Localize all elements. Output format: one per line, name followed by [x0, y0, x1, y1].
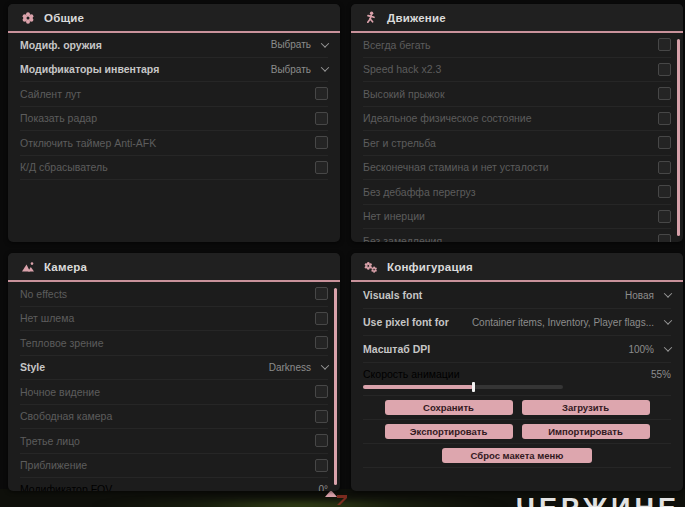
export-button[interactable]: Экспортировать [385, 424, 513, 439]
no-helmet-checkbox[interactable] [315, 312, 328, 325]
row-label: Нет шлема [20, 312, 74, 324]
always-run-checkbox[interactable] [658, 38, 671, 51]
row-free-camera: Свободная камера [20, 405, 328, 430]
visuals-font-dropdown[interactable]: Новая [625, 290, 671, 301]
perfect-condition-checkbox[interactable] [658, 112, 671, 125]
background-big-text: ЧЕРЖИНЕ [516, 493, 680, 507]
no-inertia-checkbox[interactable] [658, 210, 671, 223]
row-label: Высокий прыжок [363, 88, 445, 100]
row-no-helmet: Нет шлема [20, 307, 328, 332]
high-jump-checkbox[interactable] [658, 87, 671, 100]
panel-movement-header[interactable]: Движение [351, 4, 683, 33]
row-label: Скорость анимации [363, 368, 460, 380]
runner-icon [364, 11, 378, 25]
panel-config-title: Конфигурация [387, 261, 473, 273]
row-infinite-stamina: Бесконечная стамина и нет усталости [363, 156, 671, 181]
chevron-down-icon [664, 343, 672, 351]
row-dpi-scale: Масштаб DPI 100% [363, 336, 671, 363]
row-label: Speed hack x2.3 [363, 63, 441, 75]
image-icon [21, 260, 35, 274]
buttons-row-reset: Сброс макета меню [363, 444, 671, 468]
row-label: Visuals font [363, 289, 422, 301]
no-slowdown-checkbox[interactable] [658, 234, 671, 242]
panel-config: Конфигурация Visuals font Новая Use pixe… [351, 253, 683, 491]
row-label: Масштаб DPI [363, 343, 430, 355]
gears-icon [364, 260, 378, 274]
row-always-run: Всегда бегать [363, 33, 671, 58]
row-high-jump: Высокий прыжок [363, 82, 671, 107]
row-label: Ночное видение [20, 386, 100, 398]
row-fov-modifier: Модификатор FOV 0° [20, 478, 328, 491]
load-button[interactable]: Загрузить [522, 400, 650, 415]
kd-reset-checkbox[interactable] [315, 161, 328, 174]
no-overload-debuff-checkbox[interactable] [658, 185, 671, 198]
row-label: Третье лицо [20, 435, 80, 447]
style-dropdown[interactable]: Darkness [269, 362, 328, 373]
import-button[interactable]: Импортировать [522, 424, 650, 439]
row-label: Без замедления [363, 235, 442, 242]
dpi-scale-dropdown[interactable]: 100% [628, 344, 671, 355]
anti-afk-checkbox[interactable] [315, 136, 328, 149]
movement-scrollbar[interactable] [677, 39, 680, 236]
pixel-font-dropdown[interactable]: Container items, Inventory, Player flags… [472, 317, 671, 328]
panel-resize-grip-icon[interactable] [325, 490, 337, 497]
panel-general-title: Общие [44, 12, 84, 24]
speed-hack-checkbox[interactable] [658, 63, 671, 76]
row-zoom: Приближение [20, 454, 328, 479]
animation-speed-slider[interactable] [363, 385, 563, 389]
zoom-checkbox[interactable] [315, 459, 328, 472]
chevron-down-icon [321, 39, 329, 47]
panel-camera: Камера No effects Нет шлема Тепловое зре… [8, 253, 340, 491]
row-label: Сайлент лут [20, 88, 81, 100]
fov-value: 0° [318, 484, 328, 492]
row-night-vision: Ночное видение [20, 380, 328, 405]
animation-speed-slider-fill [363, 385, 473, 389]
row-label: Без дебаффа перегруз [363, 186, 476, 198]
dropdown-value: Выбрать [271, 39, 311, 50]
animation-speed-slider-handle[interactable] [472, 382, 475, 392]
dropdown-value: Новая [625, 290, 654, 301]
free-camera-checkbox[interactable] [315, 410, 328, 423]
dropdown-value: Container items, Inventory, Player flags… [472, 317, 654, 328]
row-label: Идеальное физическое состояние [363, 112, 532, 124]
row-label: К/Д сбрасыватель [20, 161, 108, 173]
row-label: Приближение [20, 459, 87, 471]
panel-config-header[interactable]: Конфигурация [351, 253, 683, 282]
silent-loot-checkbox[interactable] [315, 87, 328, 100]
reset-menu-layout-button[interactable]: Сброс макета меню [442, 448, 592, 463]
row-inventory-mods: Модификаторы инвентаря Выбрать [20, 58, 328, 83]
save-button[interactable]: Сохранить [385, 400, 513, 415]
show-radar-checkbox[interactable] [315, 112, 328, 125]
buttons-row-save-load: Сохранить Загрузить [363, 396, 671, 420]
dropdown-value: 100% [628, 344, 654, 355]
row-weapon-mod: Модиф. оружия Выбрать [20, 33, 328, 58]
inventory-mods-dropdown[interactable]: Выбрать [271, 64, 328, 75]
infinite-stamina-checkbox[interactable] [658, 161, 671, 174]
no-effects-checkbox[interactable] [315, 287, 328, 300]
third-person-checkbox[interactable] [315, 434, 328, 447]
thermal-vision-checkbox[interactable] [315, 336, 328, 349]
night-vision-checkbox[interactable] [315, 385, 328, 398]
panel-movement-title: Движение [387, 12, 446, 24]
row-label: Бесконечная стамина и нет усталости [363, 161, 549, 173]
row-label: Модификатор FOV [20, 483, 112, 491]
row-label: Use pixel font for [363, 316, 449, 328]
row-label: Style [20, 361, 45, 373]
row-label: Нет инерции [363, 210, 425, 222]
row-style: Style Darkness [20, 356, 328, 381]
run-and-shoot-checkbox[interactable] [658, 136, 671, 149]
row-anti-afk: Отключить таймер Anti-AFK [20, 131, 328, 156]
panel-general-header[interactable]: Общие [8, 4, 340, 33]
row-kd-reset: К/Д сбрасыватель [20, 156, 328, 181]
camera-scrollbar[interactable] [334, 288, 337, 485]
dropdown-value: Выбрать [271, 64, 311, 75]
row-label: Отключить таймер Anti-AFK [20, 137, 156, 149]
gear-flower-icon [21, 11, 35, 25]
dropdown-value: Darkness [269, 362, 311, 373]
panel-camera-header[interactable]: Камера [8, 253, 340, 282]
chevron-down-icon [664, 289, 672, 297]
chevron-down-icon [321, 64, 329, 72]
row-perfect-condition: Идеальное физическое состояние [363, 107, 671, 132]
weapon-mod-dropdown[interactable]: Выбрать [271, 39, 328, 50]
row-silent-loot: Сайлент лут [20, 82, 328, 107]
